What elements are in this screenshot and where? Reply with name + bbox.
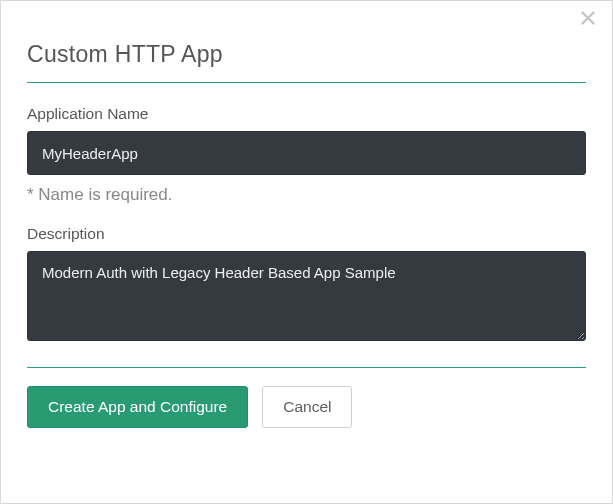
- description-label: Description: [27, 225, 586, 243]
- divider-top: [27, 82, 586, 83]
- custom-http-app-modal: Custom HTTP App Application Name * Name …: [0, 0, 613, 504]
- app-name-label: Application Name: [27, 105, 586, 123]
- modal-title: Custom HTTP App: [27, 41, 586, 68]
- divider-bottom: [27, 367, 586, 368]
- description-textarea[interactable]: Modern Auth with Legacy Header Based App…: [27, 251, 586, 341]
- close-icon[interactable]: [576, 9, 600, 33]
- cancel-button[interactable]: Cancel: [262, 386, 352, 428]
- create-app-button[interactable]: Create App and Configure: [27, 386, 248, 428]
- app-name-input[interactable]: [27, 131, 586, 175]
- app-name-hint: * Name is required.: [27, 185, 586, 205]
- button-row: Create App and Configure Cancel: [27, 386, 586, 428]
